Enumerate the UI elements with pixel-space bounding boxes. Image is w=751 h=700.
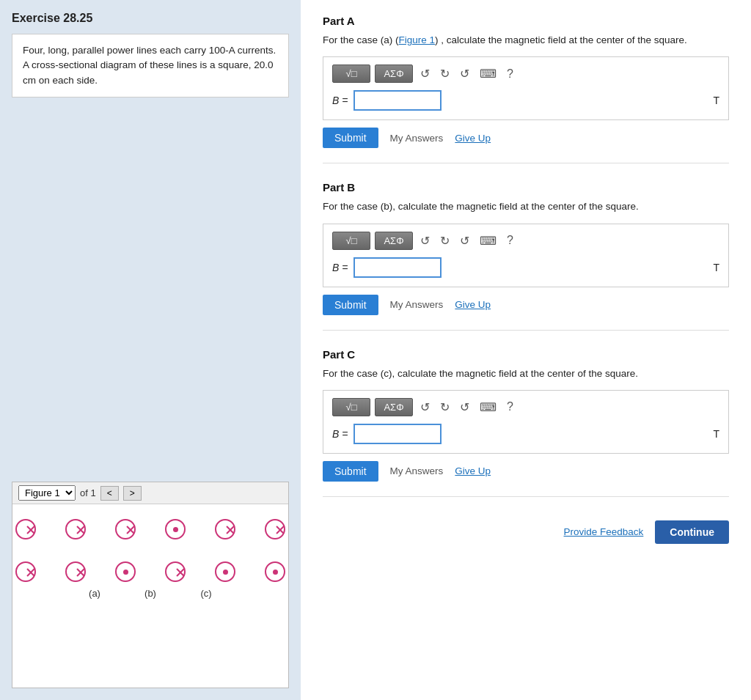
figure-sym-2-4 (165, 561, 186, 582)
label-c: (c) (178, 588, 234, 599)
provide-feedback-link[interactable]: Provide Feedback (564, 526, 644, 537)
figure-sym-1-5 (215, 519, 235, 539)
part-c-give-up-link[interactable]: Give Up (455, 465, 491, 476)
figure-sym-1-2 (65, 519, 86, 539)
part-a-sqrt-btn[interactable]: √□ (332, 65, 370, 83)
part-b-refresh-btn[interactable]: ↺ (457, 232, 472, 249)
part-b-alpha-btn[interactable]: ΑΣΦ (375, 232, 413, 250)
part-c-submit-row: Submit My Answers Give Up (323, 461, 729, 482)
figure-sym-1-3 (115, 519, 136, 539)
figure-next-button[interactable]: > (123, 486, 142, 501)
part-b-keyboard-btn[interactable]: ⌨ (477, 232, 499, 249)
part-b-toolbar: √□ ΑΣΦ ↺ ↻ ↺ ⌨ ? (332, 232, 719, 250)
part-a-answer-box: √□ ΑΣΦ ↺ ↻ ↺ ⌨ ? B = T (323, 56, 729, 120)
figure-sym-1-6 (265, 519, 285, 539)
figure-body: (a) (b) (c) (12, 504, 288, 688)
part-c-section: Part C For the case (c), calculate the m… (323, 348, 729, 497)
figure-sym-2-6 (265, 561, 285, 582)
part-a-my-answers-link[interactable]: My Answers (390, 133, 444, 144)
label-a: (a) (67, 588, 122, 599)
part-c-submit-button[interactable]: Submit (323, 461, 378, 482)
part-c-undo-btn[interactable]: ↺ (417, 399, 433, 416)
part-a-help-btn[interactable]: ? (504, 66, 516, 82)
part-a-input-row: B = T (332, 90, 719, 111)
figure-header: Figure 1 of 1 < > (12, 482, 288, 504)
part-a-undo-btn[interactable]: ↺ (417, 65, 433, 82)
figure-prev-button[interactable]: < (100, 486, 119, 501)
part-b-unit: T (713, 262, 719, 273)
part-a-description: For the case (a) (Figure 1) , calculate … (323, 33, 729, 48)
part-a-desc-prefix: For the case (a) ( (323, 34, 399, 45)
part-a-toolbar: √□ ΑΣΦ ↺ ↻ ↺ ⌨ ? (332, 65, 719, 83)
bottom-actions: Provide Feedback Continue (323, 515, 729, 544)
part-b-eq-label: B = (332, 262, 348, 273)
figure-row-1 (15, 519, 285, 539)
part-c-sqrt-btn[interactable]: √□ (332, 398, 370, 416)
figure-panel: Figure 1 of 1 < > (12, 482, 289, 688)
part-a-submit-row: Submit My Answers Give Up (323, 128, 729, 148)
problem-text: Four, long, parallel power lines each ca… (23, 45, 276, 86)
right-panel: Part A For the case (a) (Figure 1) , cal… (301, 0, 751, 700)
figure-row-2 (15, 561, 285, 582)
part-c-input-row: B = T (332, 424, 719, 444)
left-panel: Exercise 28.25 Four, long, parallel powe… (0, 0, 301, 700)
part-b-undo-btn[interactable]: ↺ (417, 232, 433, 249)
part-a-alpha-btn[interactable]: ΑΣΦ (375, 65, 413, 83)
part-b-desc-text: For the case (b), calculate the magnetic… (323, 201, 639, 212)
part-a-input[interactable] (353, 90, 442, 111)
part-a-section: Part A For the case (a) (Figure 1) , cal… (323, 15, 729, 163)
exercise-title: Exercise 28.25 (12, 12, 289, 25)
part-c-my-answers-link[interactable]: My Answers (390, 465, 444, 476)
part-b-input[interactable] (353, 257, 442, 278)
figure-sym-1-4 (165, 519, 186, 539)
part-b-submit-row: Submit My Answers Give Up (323, 295, 729, 315)
part-c-alpha-btn[interactable]: ΑΣΦ (375, 398, 413, 416)
figure-sym-2-1 (15, 561, 36, 582)
problem-box: Four, long, parallel power lines each ca… (12, 34, 289, 97)
part-b-give-up-link[interactable]: Give Up (455, 299, 491, 310)
figure-sym-1-1 (15, 519, 36, 539)
part-b-redo-btn[interactable]: ↻ (437, 232, 453, 249)
part-b-input-row: B = T (332, 257, 719, 278)
figure-select[interactable]: Figure 1 (18, 485, 76, 501)
part-a-figure-link[interactable]: Figure 1 (399, 34, 436, 45)
part-c-refresh-btn[interactable]: ↺ (457, 399, 472, 416)
figure-row-2-wrapper: (a) (b) (c) (15, 561, 285, 599)
figure-sym-2-3 (115, 561, 136, 582)
figure-sym-2-5 (215, 561, 235, 582)
part-b-help-btn[interactable]: ? (504, 232, 516, 248)
part-a-submit-button[interactable]: Submit (323, 128, 378, 148)
part-c-title: Part C (323, 348, 729, 361)
part-a-redo-btn[interactable]: ↻ (437, 65, 453, 82)
part-b-answer-box: √□ ΑΣΦ ↺ ↻ ↺ ⌨ ? B = T (323, 224, 729, 287)
part-c-keyboard-btn[interactable]: ⌨ (477, 399, 499, 416)
part-a-title: Part A (323, 15, 729, 27)
part-c-toolbar: √□ ΑΣΦ ↺ ↻ ↺ ⌨ ? (332, 398, 719, 416)
part-b-description: For the case (b), calculate the magnetic… (323, 199, 729, 214)
part-c-input[interactable] (353, 424, 442, 444)
part-b-section: Part B For the case (b), calculate the m… (323, 181, 729, 330)
continue-button[interactable]: Continue (655, 520, 729, 544)
part-c-description: For the case (c), calculate the magnetic… (323, 366, 729, 381)
part-b-sqrt-btn[interactable]: √□ (332, 232, 370, 250)
part-c-redo-btn[interactable]: ↻ (437, 399, 453, 416)
part-a-desc-suffix: ) , calculate the magnetic field at the … (435, 34, 687, 45)
part-a-give-up-link[interactable]: Give Up (455, 133, 491, 144)
part-c-help-btn[interactable]: ? (504, 399, 516, 415)
part-c-answer-box: √□ ΑΣΦ ↺ ↻ ↺ ⌨ ? B = T (323, 390, 729, 454)
part-a-eq-label: B = (332, 95, 348, 106)
part-a-refresh-btn[interactable]: ↺ (457, 65, 472, 82)
part-a-keyboard-btn[interactable]: ⌨ (477, 65, 499, 82)
part-c-desc-text: For the case (c), calculate the magnetic… (323, 368, 638, 379)
label-b: (b) (122, 588, 178, 599)
part-a-unit: T (713, 95, 719, 106)
part-b-title: Part B (323, 181, 729, 194)
part-b-my-answers-link[interactable]: My Answers (390, 299, 444, 310)
figure-sym-2-2 (65, 561, 86, 582)
figure-case-labels: (a) (b) (c) (67, 588, 234, 599)
part-b-submit-button[interactable]: Submit (323, 295, 378, 315)
part-c-eq-label: B = (332, 428, 348, 440)
figure-of-label: of 1 (80, 487, 96, 498)
part-c-unit: T (713, 428, 719, 440)
